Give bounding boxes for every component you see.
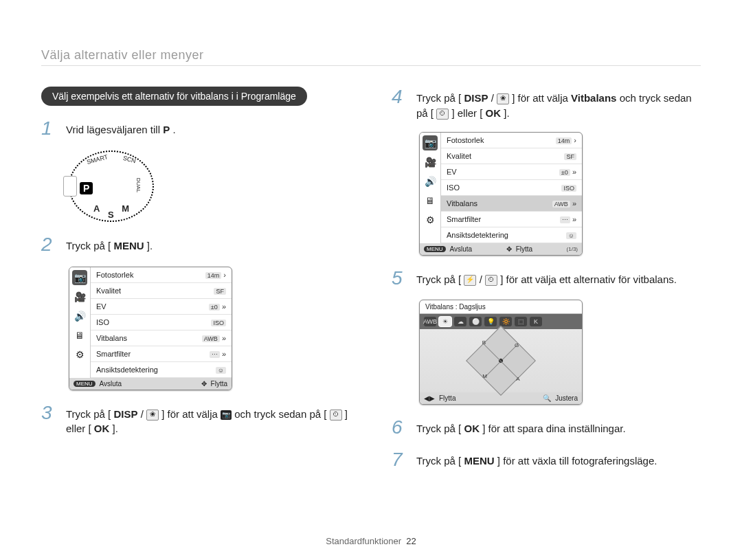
text: / <box>480 273 482 285</box>
text: ] för att välja <box>161 408 221 420</box>
text: Tryck på [ <box>66 240 111 251</box>
white-balance-lcd: Vitbalans : Dagsljus AWB ☀ ☁ ⚪ 💡 🔆 ⬚ K G… <box>419 300 583 405</box>
ok-button-label: OK <box>94 423 110 434</box>
step-text: Tryck på [ DISP / ❀ ] för att välja 📷 oc… <box>66 403 350 437</box>
camera-lcd-menu-selected: 📷 🎥 🔊 🖥 ⚙ Fotostorlek14m › KvalitetSF EV… <box>419 132 583 256</box>
row-value: ⋯ <box>560 216 570 223</box>
video-tab-icon: 🎥 <box>72 289 87 304</box>
list-item: Fotostorlek14m › <box>91 267 232 283</box>
row-label: Vitbalans <box>447 199 477 208</box>
step-text: Tryck på [ ⚡ / ⏲ ] för att välja ett alt… <box>416 268 677 289</box>
text: . <box>172 124 175 135</box>
step-number: 2 <box>41 234 56 256</box>
macro-flower-icon: ❀ <box>497 93 509 104</box>
list-item: Smartfilter⋯ » <box>441 212 582 227</box>
step-number: 1 <box>41 118 56 139</box>
footer-move-label: Flytta <box>211 380 227 388</box>
lcd-menu-list: Fotostorlek14m › KvalitetSF EV±0 » ISOIS… <box>91 267 232 378</box>
list-item-selected: VitbalansAWB » <box>441 196 582 212</box>
wb-adjust-canvas: G M B A <box>420 329 582 392</box>
text: ]. <box>147 240 153 251</box>
timer-icon: ⏲ <box>330 410 342 421</box>
wb-diamond: G M B A <box>466 326 536 396</box>
footer-adjust-label: Justera <box>555 394 578 402</box>
list-item: VitbalansAWB » <box>91 331 232 346</box>
row-value: ±0 <box>559 169 570 176</box>
wb-chip: 💡 <box>484 317 497 326</box>
text: Vrid lägesväljaren till <box>66 124 163 135</box>
row-value: AWB <box>552 201 570 208</box>
zoom-icon: 🔍 <box>543 394 551 402</box>
row-arrow: » <box>222 302 226 311</box>
row-arrow: › <box>574 136 576 144</box>
step-text: Tryck på [ OK ] för att spara dina instä… <box>416 417 626 438</box>
list-item: Ansiktsdetektering☺ <box>91 362 232 378</box>
two-column-layout: Välj exempelvis ett alternativ för vitba… <box>41 87 701 482</box>
text: / <box>141 408 144 420</box>
mode-dial-p: P <box>80 182 93 194</box>
manual-page: Välja alternativ eller menyer Välj exemp… <box>0 0 742 560</box>
axis-m: M <box>482 374 487 380</box>
camera-tab-icon: 📷 <box>72 270 87 285</box>
step-text: Tryck på [ MENU ] för att växla till fot… <box>416 449 657 471</box>
axis-b: B <box>482 339 486 346</box>
row-value: SF <box>214 288 226 295</box>
display-tab-icon: 🖥 <box>423 193 438 208</box>
nav-icon: ✥ <box>506 245 512 253</box>
macro-flower-icon: ❀ <box>146 410 159 421</box>
mode-dial-smart: SMART <box>86 153 109 166</box>
nav-icon: ✥ <box>201 380 207 388</box>
nav-icon: ◀▶ <box>424 394 435 402</box>
text: ] för att växla till fotograferingsläge. <box>497 455 657 467</box>
wb-title: Vitbalans : Dagsljus <box>420 300 582 314</box>
list-item: KvalitetSF <box>441 148 582 164</box>
sound-tab-icon: 🔊 <box>423 174 438 189</box>
list-item: KvalitetSF <box>91 283 232 299</box>
wb-chip-selected: ☀ <box>439 317 451 326</box>
axis-g: G <box>515 342 519 348</box>
row-label: Smartfilter <box>96 350 131 358</box>
text: ]. <box>113 423 118 434</box>
row-value: AWB <box>202 335 220 342</box>
mode-dial-m: M <box>122 203 129 214</box>
video-tab-icon: 🎥 <box>423 155 438 170</box>
list-item: EV±0 » <box>441 164 582 180</box>
disp-button-label: DISP <box>464 92 488 104</box>
row-label: Ansiktsdetektering <box>96 366 158 374</box>
lcd-footer: MENU Avsluta ✥ Flytta (1/3) <box>420 243 582 255</box>
wb-center-dot <box>498 358 504 363</box>
step-3: 3 Tryck på [ DISP / ❀ ] för att välja 📷 … <box>41 403 350 437</box>
text: ] för att välja ett alternativ för vitba… <box>500 273 677 285</box>
row-label: Smartfilter <box>447 215 481 223</box>
row-arrow: » <box>572 168 576 176</box>
row-value: ⋯ <box>210 351 220 358</box>
row-arrow: › <box>223 271 226 279</box>
breadcrumb: Välja alternativ eller menyer <box>41 48 701 66</box>
footer-move-label: Flytta <box>439 394 456 402</box>
lcd-footer: MENU Avsluta ✥ Flytta <box>69 378 232 390</box>
row-value: SF <box>564 153 576 160</box>
footer-exit-label: Avsluta <box>100 380 122 388</box>
row-arrow: » <box>572 215 576 223</box>
list-item: EV±0 » <box>91 299 232 315</box>
step-7: 7 Tryck på [ MENU ] för att växla till f… <box>392 449 701 471</box>
row-label: Fotostorlek <box>96 271 133 279</box>
camera-icon: 📷 <box>221 410 232 420</box>
ok-button-label: OK <box>464 423 480 434</box>
list-item: Fotostorlek14m › <box>441 133 582 148</box>
step-number: 7 <box>392 449 407 471</box>
footer-move-label: Flytta <box>516 245 532 253</box>
camera-lcd-menu: 📷 🎥 🔊 🖥 ⚙ Fotostorlek14m › KvalitetSF EV… <box>69 267 232 390</box>
row-arrow: » <box>222 350 226 358</box>
settings-tab-icon: ⚙ <box>423 212 438 227</box>
wb-chip: ☁ <box>454 317 466 326</box>
row-value: 14m <box>556 137 572 144</box>
step-number: 6 <box>392 417 407 438</box>
menu-button-label: MENU <box>113 240 144 251</box>
mode-dial-dual: DUAL <box>135 178 142 192</box>
page-indicator: (1/3) <box>567 246 578 252</box>
list-item: ISOISO <box>91 315 232 331</box>
row-label: EV <box>96 302 106 311</box>
text: Tryck på [ <box>416 273 461 285</box>
display-tab-icon: 🖥 <box>72 328 87 343</box>
